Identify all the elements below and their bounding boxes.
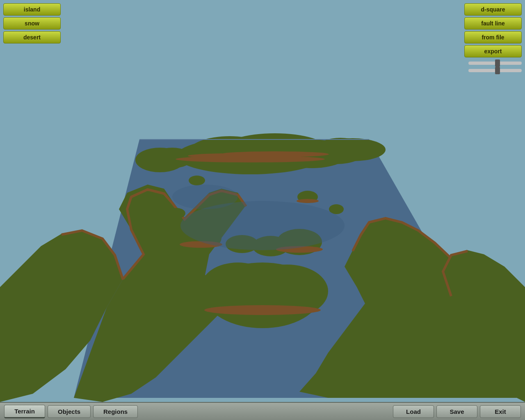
svg-point-24 bbox=[189, 176, 205, 185]
save-button[interactable]: Save bbox=[436, 405, 477, 418]
right-buttons: d-square fault line from file export bbox=[464, 3, 522, 57]
objects-tab[interactable]: Objects bbox=[48, 405, 91, 418]
svg-point-13 bbox=[221, 151, 329, 157]
svg-point-26 bbox=[167, 208, 185, 219]
regions-tab[interactable]: Regions bbox=[93, 405, 138, 418]
exit-button[interactable]: Exit bbox=[480, 405, 521, 418]
fromfile-button[interactable]: from file bbox=[464, 31, 522, 43]
desert-button[interactable]: desert bbox=[3, 31, 61, 43]
dsquare-button[interactable]: d-square bbox=[464, 3, 522, 16]
faultline-button[interactable]: fault line bbox=[464, 17, 522, 30]
svg-point-31 bbox=[172, 185, 238, 209]
slider2[interactable] bbox=[468, 69, 522, 72]
slider1[interactable] bbox=[468, 62, 522, 65]
load-button[interactable]: Load bbox=[393, 405, 434, 418]
terrain-tab[interactable]: Terrain bbox=[4, 405, 45, 418]
snow-button[interactable]: snow bbox=[3, 17, 61, 30]
left-buttons: island snow desert bbox=[3, 3, 61, 43]
svg-point-29 bbox=[297, 199, 319, 203]
slider2-container bbox=[468, 69, 522, 72]
export-button[interactable]: export bbox=[464, 45, 522, 57]
island-button[interactable]: island bbox=[3, 3, 61, 16]
terrain-view bbox=[0, 0, 525, 402]
slider1-container bbox=[468, 62, 522, 65]
svg-point-17 bbox=[217, 277, 308, 322]
bottom-toolbar: Terrain Objects Regions Load Save Exit bbox=[0, 402, 525, 420]
svg-point-18 bbox=[204, 305, 321, 315]
sliders-panel bbox=[468, 62, 522, 72]
